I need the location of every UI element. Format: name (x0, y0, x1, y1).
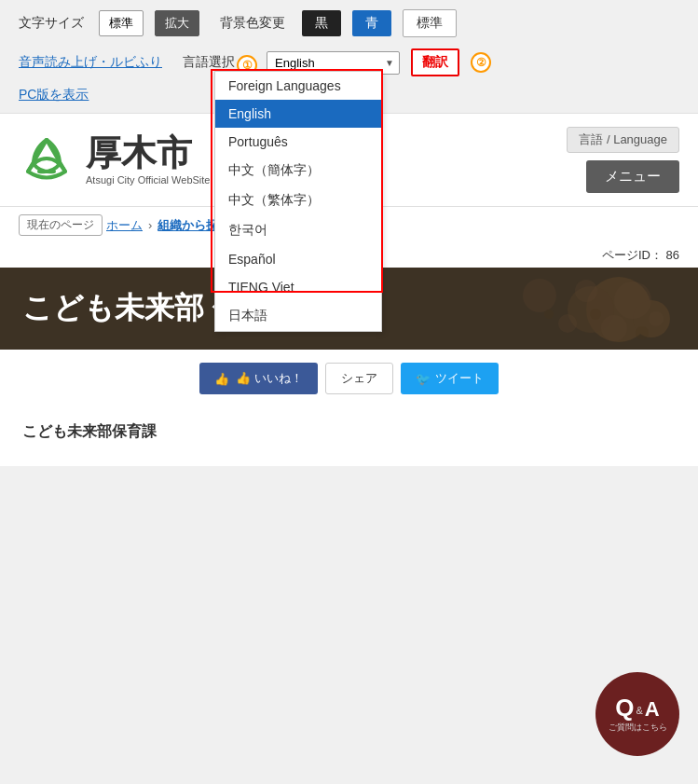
svg-point-2 (614, 282, 651, 319)
dropdown-item-chinese-traditional[interactable]: 中文（繁体字） (215, 186, 381, 215)
bg-standard-button[interactable]: 標準 (403, 9, 457, 37)
svg-point-6 (544, 309, 554, 319)
page-body: こども未来部保育課 (0, 407, 698, 466)
breadcrumb-sep-1: › (148, 218, 152, 232)
logo-area: 厚木市 Atsugi City Official WebSite (19, 132, 210, 188)
dropdown-item-japanese[interactable]: 日本語 (215, 301, 381, 331)
thumbs-up-icon: 👍 (214, 372, 229, 386)
city-logo-icon (19, 132, 75, 188)
translate-button[interactable]: 翻訳 (411, 48, 459, 76)
svg-point-5 (649, 311, 664, 326)
qa-sub-label: ご質問はこちら (609, 722, 667, 734)
badge-2: ② (471, 52, 491, 73)
share-button[interactable]: シェア (325, 363, 393, 394)
dropdown-item-vietnamese[interactable]: TIENG Viet (215, 273, 381, 301)
language-button[interactable]: 言語 / Language (567, 127, 679, 153)
a-letter: A (645, 699, 660, 720)
social-row: 👍 👍 いいね！ シェア 🐦 ツイート (0, 350, 698, 407)
dropdown-item-chinese-simplified[interactable]: 中文（簡体字） (215, 156, 381, 186)
svg-point-8 (636, 326, 649, 339)
body-section-title: こども未来部保育課 (22, 422, 676, 442)
audio-ruby-link[interactable]: 音声読み上げ・ルビふり (19, 54, 162, 71)
top-toolbar: 文字サイズ 標準 拡大 背景色変更 黒 青 標準 (0, 0, 698, 45)
qa-letters-area: Q & A (615, 695, 659, 720)
city-info: 厚木市 Atsugi City Official WebSite (86, 134, 210, 186)
lang-label: 言語選択 (183, 54, 235, 71)
menu-button[interactable]: メニュー (586, 160, 679, 193)
svg-point-0 (523, 279, 556, 312)
qa-float-button[interactable]: Q & A ご質問はこちら (595, 672, 679, 756)
page-id-value: 86 (666, 248, 679, 262)
breadcrumb-home[interactable]: ホーム (106, 217, 143, 234)
tweet-button[interactable]: 🐦 ツイート (401, 363, 499, 394)
dropdown-item-korean[interactable]: 한국어 (215, 215, 381, 245)
svg-point-4 (601, 315, 627, 341)
and-symbol: & (636, 705, 643, 716)
dropdown-item-portuguese[interactable]: Português (215, 128, 381, 156)
font-standard-button[interactable]: 標準 (99, 10, 144, 36)
language-dropdown: Foreign Languages English Português 中文（簡… (214, 71, 382, 332)
city-name: 厚木市 (86, 134, 210, 173)
tweet-label: ツイート (435, 370, 484, 387)
bg-blue-button[interactable]: 青 (352, 10, 391, 36)
like-label: 👍 いいね！ (236, 370, 303, 387)
font-size-label: 文字サイズ (19, 15, 84, 32)
q-letter: Q (615, 695, 634, 720)
svg-point-3 (558, 314, 577, 333)
svg-point-1 (575, 280, 597, 302)
svg-point-7 (590, 309, 601, 320)
font-large-button[interactable]: 拡大 (155, 10, 199, 36)
dropdown-item-spanish[interactable]: Español (215, 245, 381, 273)
dropdown-item-english[interactable]: English (215, 100, 381, 128)
page-id-label: ページID： (602, 248, 663, 262)
bg-black-button[interactable]: 黒 (302, 10, 341, 36)
header-right: 言語 / Language メニュー (567, 127, 679, 193)
city-subtitle: Atsugi City Official WebSite (86, 174, 210, 186)
dropdown-item-foreign-languages[interactable]: Foreign Languages (215, 72, 381, 100)
bg-change-label: 背景色変更 (220, 15, 285, 32)
current-page-badge: 現在のページ (19, 214, 103, 236)
second-toolbar: 音声読み上げ・ルビふり 言語選択 ① Foreign Languages Eng… (0, 45, 698, 84)
pc-version-link[interactable]: PC版を表示 (19, 87, 89, 102)
facebook-like-button[interactable]: 👍 👍 いいね！ (199, 363, 318, 394)
twitter-bird-icon: 🐦 (416, 372, 431, 386)
